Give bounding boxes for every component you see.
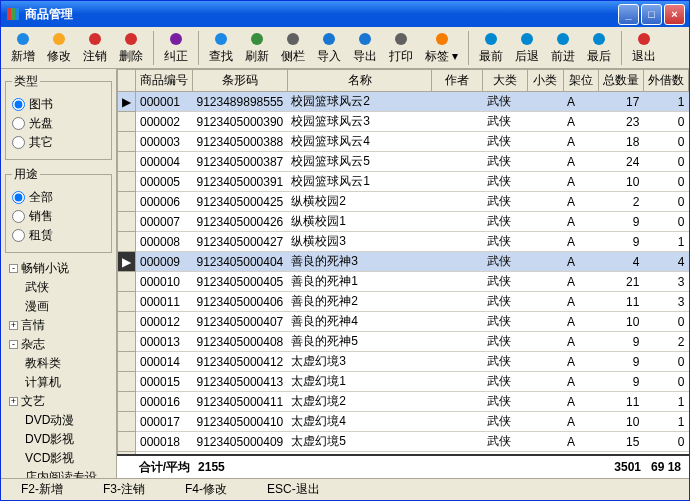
tree-item-教科类[interactable]: 教科类 <box>5 354 112 373</box>
column-header-商品编号[interactable]: 商品编号 <box>136 70 193 92</box>
tree-item-DVD影视[interactable]: DVD影视 <box>5 430 112 449</box>
toolbar-删除[interactable]: 删除 <box>113 30 149 66</box>
cell-bc: 9123489898555 <box>193 92 288 112</box>
toolbar-纠正[interactable]: 纠正 <box>158 30 194 66</box>
type-option-图书[interactable]: 图书 <box>12 96 105 113</box>
minimize-button[interactable]: _ <box>618 4 639 25</box>
table-row[interactable]: 0000059123405000391校园篮球风云1武侠A100 <box>118 172 689 192</box>
toolbar-后退[interactable]: 后退 <box>509 30 545 66</box>
toolbar-查找[interactable]: 查找 <box>203 30 239 66</box>
cell-id: 000016 <box>136 392 193 412</box>
toolbar-导出[interactable]: 导出 <box>347 30 383 66</box>
tree-item-杂志[interactable]: -杂志 <box>5 335 112 354</box>
table-row[interactable]: 0000119123405000406善良的死神2武侠A113 <box>118 292 689 312</box>
导出-icon <box>357 31 373 47</box>
toolbar-侧栏[interactable]: 侧栏 <box>275 30 311 66</box>
cell-tot: 21 <box>598 272 643 292</box>
svg-rect-1 <box>11 8 15 20</box>
tree-expand-icon[interactable]: + <box>9 321 18 330</box>
cell-sub <box>528 92 563 112</box>
svg-rect-2 <box>15 8 19 20</box>
svg-point-16 <box>521 33 533 45</box>
table-row[interactable]: 0000039123405000388校园篮球风云4武侠A180 <box>118 132 689 152</box>
toolbar-新增[interactable]: 新增 <box>5 30 41 66</box>
cell-out: 0 <box>643 212 688 232</box>
tree-expand-icon[interactable]: - <box>9 340 18 349</box>
tree-item-漫画[interactable]: 漫画 <box>5 297 112 316</box>
table-row[interactable]: 0000129123405000407善良的死神4武侠A100 <box>118 312 689 332</box>
table-row[interactable]: 0000029123405000390校园篮球风云3武侠A230 <box>118 112 689 132</box>
column-header-外借数[interactable]: 外借数 <box>643 70 688 92</box>
table-row[interactable]: 0000069123405000425纵横校园2武侠A20 <box>118 192 689 212</box>
tree-item-VCD影视[interactable]: VCD影视 <box>5 449 112 468</box>
data-grid[interactable]: 商品编号条形码名称作者大类小类架位总数量外借数▶0000019123489898… <box>117 69 689 454</box>
column-header-条形码[interactable]: 条形码 <box>193 70 288 92</box>
cell-id: 000001 <box>136 92 193 112</box>
use-option-全部[interactable]: 全部 <box>12 189 105 206</box>
table-row[interactable]: 0000049123405000387校园篮球风云5武侠A240 <box>118 152 689 172</box>
table-row[interactable]: 0000189123405000409太虚幻境5武侠A150 <box>118 432 689 452</box>
cell-tot: 9 <box>598 232 643 252</box>
tree-item-言情[interactable]: +言情 <box>5 316 112 335</box>
cell-tot: 9 <box>598 352 643 372</box>
toolbar-标签[interactable]: 标签 ▾ <box>419 30 464 66</box>
row-indicator: ▶ <box>118 252 136 272</box>
cell-sub <box>528 352 563 372</box>
tree-item-文艺[interactable]: +文艺 <box>5 392 112 411</box>
table-row[interactable]: ▶0000019123489898555校园篮球风云2武侠A171 <box>118 92 689 112</box>
cell-loc: A <box>563 412 598 432</box>
use-option-租赁[interactable]: 租赁 <box>12 227 105 244</box>
tree-item-计算机[interactable]: 计算机 <box>5 373 112 392</box>
toolbar-打印[interactable]: 打印 <box>383 30 419 66</box>
column-header-大类[interactable]: 大类 <box>483 70 528 92</box>
cell-out: 1 <box>643 392 688 412</box>
use-option-销售[interactable]: 销售 <box>12 208 105 225</box>
close-button[interactable]: × <box>664 4 685 25</box>
cell-tot: 15 <box>598 432 643 452</box>
type-option-光盘[interactable]: 光盘 <box>12 115 105 132</box>
toolbar-前进[interactable]: 前进 <box>545 30 581 66</box>
cell-loc: A <box>563 432 598 452</box>
table-row[interactable]: 0000169123405000411太虚幻境2武侠A111 <box>118 392 689 412</box>
cell-bc: 9123405000426 <box>193 212 288 232</box>
cell-sub <box>528 432 563 452</box>
cell-loc: A <box>563 112 598 132</box>
column-header-名称[interactable]: 名称 <box>287 70 432 92</box>
toolbar-最后[interactable]: 最后 <box>581 30 617 66</box>
toolbar-修改[interactable]: 修改 <box>41 30 77 66</box>
table-row[interactable]: 0000109123405000405善良的死神1武侠A213 <box>118 272 689 292</box>
toolbar-刷新[interactable]: 刷新 <box>239 30 275 66</box>
table-row[interactable]: ▶0000099123405000404善良的死神3武侠A44 <box>118 252 689 272</box>
maximize-button[interactable]: □ <box>641 4 662 25</box>
table-row[interactable]: 0000159123405000413太虚幻境1武侠A90 <box>118 372 689 392</box>
tree-item-畅销小说[interactable]: -畅销小说 <box>5 259 112 278</box>
tree-expand-icon[interactable]: - <box>9 264 18 273</box>
column-header-架位[interactable]: 架位 <box>563 70 598 92</box>
cell-cat: 武侠 <box>483 172 528 192</box>
cell-bc: 9123405000404 <box>193 252 288 272</box>
table-row[interactable]: 0000179123405000410太虚幻境4武侠A101 <box>118 412 689 432</box>
table-row[interactable]: 0000139123405000408善良的死神5武侠A92 <box>118 332 689 352</box>
table-row[interactable]: 0000079123405000426纵横校园1武侠A90 <box>118 212 689 232</box>
row-indicator-header <box>118 70 136 92</box>
table-row[interactable]: 0000149123405000412太虚幻境3武侠A90 <box>118 352 689 372</box>
column-header-作者[interactable]: 作者 <box>432 70 483 92</box>
cell-out: 0 <box>643 372 688 392</box>
column-header-总数量[interactable]: 总数量 <box>598 70 643 92</box>
toolbar-退出[interactable]: 退出 <box>626 30 662 66</box>
table-row[interactable]: 0000089123405000427纵横校园3武侠A91 <box>118 232 689 252</box>
toolbar-注销[interactable]: 注销 <box>77 30 113 66</box>
tree-item-DVD动漫[interactable]: DVD动漫 <box>5 411 112 430</box>
tree-item-武侠[interactable]: 武侠 <box>5 278 112 297</box>
cell-nm: 太虚幻境4 <box>287 412 432 432</box>
column-header-小类[interactable]: 小类 <box>528 70 563 92</box>
tree-item-店内阅读专设[interactable]: 店内阅读专设 <box>5 468 112 478</box>
toolbar-最前[interactable]: 最前 <box>473 30 509 66</box>
cell-id: 000014 <box>136 352 193 372</box>
toolbar-导入[interactable]: 导入 <box>311 30 347 66</box>
cell-bc: 9123405000411 <box>193 392 288 412</box>
titlebar[interactable]: 商品管理 _ □ × <box>1 1 689 27</box>
type-option-其它[interactable]: 其它 <box>12 134 105 151</box>
tree-expand-icon[interactable]: + <box>9 397 18 406</box>
cell-cat: 武侠 <box>483 192 528 212</box>
